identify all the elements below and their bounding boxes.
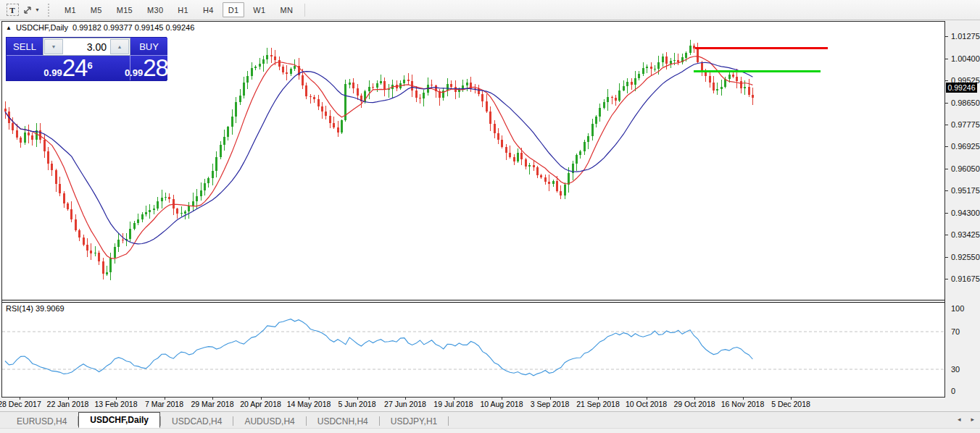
date-axis-label: 22 Jan 2018	[47, 400, 89, 408]
timeframe-button-h1[interactable]: H1	[172, 2, 194, 17]
rsi-indicator-label: RSI(14) 39.9069	[6, 304, 65, 313]
symbol-period-label: USDCHF,Daily	[16, 23, 68, 32]
date-axis-label: 7 Mar 2018	[145, 400, 183, 408]
date-axis-label: 29 Oct 2018	[673, 400, 715, 408]
timeframe-group: M1M5M15M30H1H4D1W1MN	[59, 2, 299, 17]
chart-tab-usdcnh[interactable]: USDCNH,H4	[307, 414, 379, 428]
crosshair-tool-button[interactable]: ▼	[22, 2, 41, 18]
volume-decrease-button[interactable]: ▼	[44, 39, 63, 54]
buy-price-prefix: 0.99	[125, 67, 143, 78]
toolbar-separator	[48, 4, 53, 17]
price-tick	[945, 235, 948, 235]
buy-button[interactable]: BUY	[130, 38, 167, 56]
rsi-chart[interactable]	[2, 303, 944, 397]
top-toolbar: T ▼ M1M5M15M30H1H4D1W1MN	[0, 0, 980, 20]
sell-price-big: 24	[62, 57, 88, 79]
price-axis-label: 0.91675	[951, 274, 980, 283]
plot-column: ▲ USDCHF,Daily 0.99182 0.99377 0.99145 0…	[1, 21, 945, 398]
collapse-panel-icon[interactable]: ▲	[6, 25, 12, 31]
price-axis-label: 0.96925	[951, 142, 980, 151]
timeframe-button-m15[interactable]: M15	[111, 2, 138, 17]
price-tick	[945, 80, 948, 81]
price-tick	[945, 103, 948, 104]
tab-separator	[448, 416, 449, 426]
toolbar-separator	[304, 4, 305, 17]
sell-price-sup: 6	[87, 60, 92, 71]
price-axis-label: 0.95175	[951, 186, 980, 195]
date-axis-label: 16 Nov 2018	[721, 400, 765, 408]
date-axis-label: 29 Mar 2018	[191, 400, 234, 408]
price-tick	[945, 125, 948, 125]
tab-scroll-right-icon[interactable]: ▸	[971, 416, 974, 423]
chart-tab-bar: EURUSD,H4USDCHF,DailyUSDCAD,H4AUDUSD,H4U…	[0, 411, 980, 428]
volume-input[interactable]: 3.00	[64, 38, 109, 55]
sell-button[interactable]: SELL	[7, 38, 43, 56]
price-tick	[945, 279, 948, 279]
date-axis-label: 20 Apr 2018	[240, 400, 281, 408]
price-tick	[945, 59, 948, 59]
date-axis-label: 10 Aug 2018	[481, 400, 523, 408]
buy-price-sup: 0	[168, 60, 173, 71]
buy-price-big: 28	[143, 57, 168, 79]
price-axis[interactable]: 1.012751.004000.995250.986500.977750.969…	[945, 21, 977, 398]
price-axis-label: 1.01275	[951, 32, 980, 41]
timeframe-button-mn[interactable]: MN	[274, 2, 299, 17]
date-axis-label: 21 Sep 2018	[576, 400, 620, 408]
date-axis[interactable]: 28 Dec 201722 Jan 201813 Feb 20187 Mar 2…	[1, 398, 945, 411]
date-axis-label: 14 May 2018	[287, 400, 331, 408]
price-tick	[945, 169, 948, 169]
price-axis-label: 0.92550	[951, 253, 980, 261]
price-axis-label: 0.97775	[951, 120, 980, 129]
ohlc-values: 0.99182 0.99377 0.99145 0.99246	[72, 23, 194, 32]
price-axis-label: 1.00400	[951, 54, 980, 63]
timeframe-button-m1[interactable]: M1	[59, 2, 82, 17]
price-axis-label: 0.96050	[951, 164, 980, 173]
price-tick	[945, 257, 948, 258]
rsi-axis-label: 70	[951, 327, 960, 336]
price-tick	[945, 190, 948, 191]
chevron-down-icon: ▼	[35, 7, 40, 12]
chart-tab-eurusd[interactable]: EURUSD,H4	[6, 414, 78, 428]
timeframe-button-h4[interactable]: H4	[197, 2, 220, 17]
date-axis-label: 10 Oct 2018	[626, 400, 667, 408]
tab-scroll-left-icon[interactable]: ◂	[958, 416, 961, 423]
current-price-tag: 0.99246	[946, 83, 977, 93]
date-axis-label: 5 Jun 2018	[339, 400, 376, 408]
date-axis-label: 3 Sep 2018	[531, 400, 570, 408]
chart-tab-usdchf[interactable]: USDCHF,Daily	[78, 412, 160, 428]
date-axis-label: 5 Dec 2018	[771, 400, 810, 408]
crosshair-tool-icon	[22, 4, 33, 15]
text-tool-icon: T	[7, 4, 19, 16]
price-axis-label: 0.98650	[951, 98, 980, 107]
status-strip	[0, 428, 980, 433]
chart-window: ▲ USDCHF,Daily 0.99182 0.99377 0.99145 0…	[1, 21, 977, 411]
one-click-trading-panel: SELL ▼ 3.00 ▲ BUY 0.99 24 6 0.99	[6, 37, 167, 81]
sell-price-button[interactable]: 0.99 24 6	[7, 56, 130, 80]
price-axis-label: 0.94300	[951, 209, 980, 217]
timeframe-button-m5[interactable]: M5	[85, 2, 108, 17]
date-axis-label: 28 Dec 2017	[0, 400, 41, 408]
date-axis-label: 19 Jul 2018	[433, 400, 473, 408]
buy-price-button[interactable]: 0.99 28 0	[130, 56, 167, 80]
price-tick	[945, 213, 948, 214]
rsi-pane[interactable]: RSI(14) 39.9069	[2, 303, 944, 397]
timeframe-button-d1[interactable]: D1	[223, 2, 245, 17]
text-tool-button[interactable]: T	[4, 2, 20, 18]
chart-tab-audusd[interactable]: AUDUSD,H4	[233, 414, 305, 428]
volume-increase-button[interactable]: ▲	[110, 39, 129, 54]
rsi-axis-label: 30	[951, 365, 960, 374]
volume-stepper: ▼ 3.00 ▲	[43, 38, 130, 56]
rsi-axis-label: 0	[951, 387, 955, 395]
price-axis-label: 0.93425	[951, 230, 980, 239]
price-tick	[945, 36, 948, 37]
chart-tab-usdcad[interactable]: USDCAD,H4	[161, 414, 233, 428]
rsi-axis-label: 100	[951, 304, 964, 313]
price-tick	[945, 146, 948, 147]
timeframe-button-w1[interactable]: W1	[247, 2, 271, 17]
timeframe-button-m30[interactable]: M30	[141, 2, 169, 17]
sell-price-prefix: 0.99	[43, 67, 62, 78]
date-axis-label: 13 Feb 2018	[95, 400, 138, 408]
date-axis-label: 27 Jun 2018	[384, 400, 426, 408]
chart-tab-usdjpy[interactable]: USDJPY,H1	[380, 414, 448, 428]
chart-title: ▲ USDCHF,Daily 0.99182 0.99377 0.99145 0…	[6, 23, 194, 32]
